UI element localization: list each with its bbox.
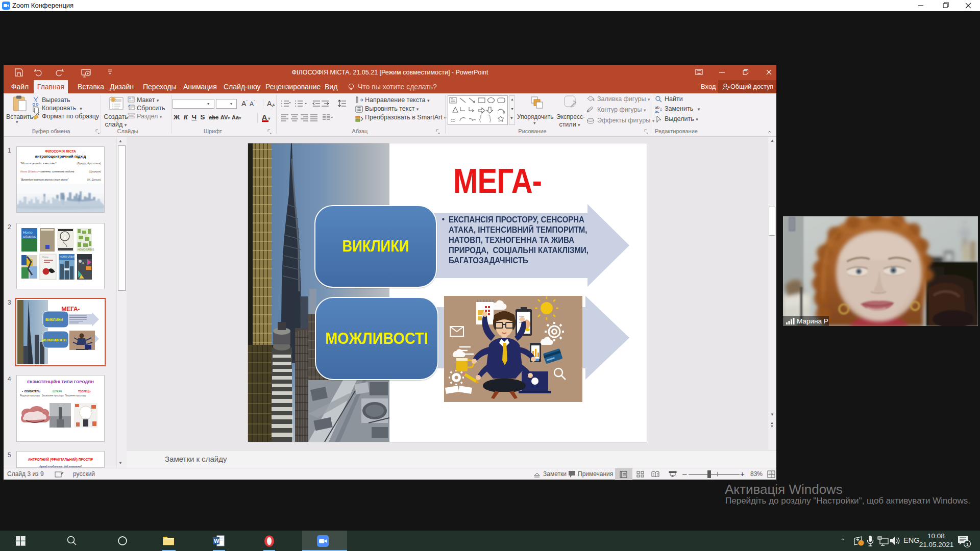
svg-text:МОЖЛИВОСТІ: МОЖЛИВОСТІ: [42, 338, 66, 342]
svg-text:. . . . .: . . . . .: [78, 283, 83, 285]
svg-text:Homo: Homo: [23, 231, 33, 234]
svg-text:ВИКЛИКИ: ВИКЛИКИ: [45, 317, 63, 322]
svg-text:HOMO URBIS: HOMO URBIS: [78, 248, 94, 251]
svg-text:HOMO URBANUS: HOMO URBANUS: [60, 256, 79, 258]
svg-text:urbanus: urbanus: [23, 235, 36, 238]
svg-text:1: 1: [966, 542, 969, 547]
svg-text:ac: ac: [655, 109, 659, 114]
svg-text:W: W: [214, 538, 219, 544]
svg-text:Homo: Homo: [42, 256, 49, 259]
